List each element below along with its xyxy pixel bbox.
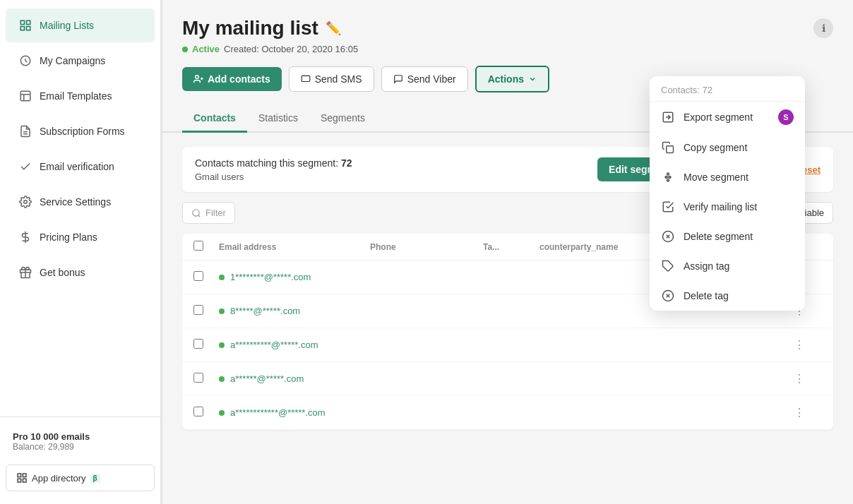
svg-rect-13 (23, 479, 26, 482)
move-icon (661, 170, 675, 184)
sms-icon (301, 74, 311, 84)
tab-statistics[interactable]: Statistics (247, 105, 309, 133)
contact-status-dot (219, 376, 225, 382)
row-menu-button[interactable]: ⋮ (794, 406, 822, 419)
svg-line-19 (198, 215, 201, 217)
row-checkbox[interactable] (193, 339, 203, 349)
email-address: a******@*****.com (230, 373, 304, 384)
sidebar-item-mailing-lists[interactable]: Mailing Lists (6, 8, 155, 42)
verify-mailing-list-label: Verify mailing list (684, 201, 757, 212)
svg-point-8 (24, 200, 28, 204)
email-col-header: Email address (219, 242, 370, 252)
send-sms-button[interactable]: Send SMS (289, 66, 374, 92)
svg-point-14 (196, 76, 199, 79)
balance: Balance: 29,989 (13, 442, 148, 452)
forms-icon (18, 124, 32, 138)
sidebar-item-label: Email Templates (40, 90, 112, 102)
tag-icon (661, 259, 675, 273)
app-directory-button[interactable]: App directory β (6, 464, 155, 491)
sidebar-item-pricing-plans[interactable]: Pricing Plans (6, 220, 155, 254)
contact-status-dot (219, 308, 225, 314)
sidebar-item-label: Mailing Lists (40, 20, 94, 31)
actions-dropdown: Contacts: 72 Export segment S Copy segme… (650, 76, 805, 311)
copy-segment-label: Copy segment (684, 142, 747, 153)
info-button[interactable]: ℹ (813, 18, 833, 38)
pro-plan-info: Pro 10 000 emails Balance: 29,989 (0, 424, 160, 459)
verify-mailing-list-item[interactable]: Verify mailing list (650, 192, 805, 222)
segment-name: Gmail users (195, 172, 352, 182)
copy-segment-item[interactable]: Copy segment (650, 133, 805, 162)
svg-rect-3 (27, 27, 30, 30)
contact-status-dot (219, 342, 225, 348)
sidebar: Mailing Lists My Campaigns Email Templat… (0, 0, 161, 504)
row-checkbox[interactable] (193, 373, 203, 383)
tab-segments[interactable]: Segments (309, 105, 376, 133)
verify-icon (18, 160, 32, 174)
delete-tag-item[interactable]: Delete tag (650, 281, 805, 311)
status-row: Active Created: October 20, 2020 16:05 (182, 44, 833, 54)
svg-rect-1 (27, 20, 30, 24)
sidebar-item-service-settings[interactable]: Service Settings (6, 185, 155, 219)
sidebar-bottom: Pro 10 000 emails Balance: 29,989 App di… (0, 416, 160, 504)
verify-icon (661, 200, 675, 214)
svg-rect-5 (20, 91, 30, 101)
actions-button[interactable]: Actions (475, 66, 549, 92)
dropdown-header: Contacts: 72 (650, 76, 805, 102)
grid-icon (16, 472, 28, 484)
page-title: My mailing list ✏️ (182, 17, 341, 40)
table-row: a**********@*****.com ⋮ (182, 328, 833, 362)
row-menu-button[interactable]: ⋮ (794, 338, 822, 352)
title-row: My mailing list ✏️ ℹ (182, 17, 833, 40)
sidebar-item-label: Email verification (40, 161, 114, 172)
export-badge: S (778, 109, 794, 125)
add-contacts-button[interactable]: Add contacts (182, 67, 282, 91)
status-dot (182, 47, 188, 52)
tab-contacts[interactable]: Contacts (182, 105, 247, 133)
export-segment-item[interactable]: Export segment S (650, 102, 805, 133)
contact-status-dot (219, 410, 225, 416)
row-checkbox[interactable] (193, 407, 203, 416)
move-segment-item[interactable]: Move segment (650, 162, 805, 192)
sidebar-item-subscription-forms[interactable]: Subscription Forms (6, 114, 155, 148)
sidebar-item-get-bonus[interactable]: Get bonus (6, 256, 155, 289)
contact-status-dot (219, 275, 225, 280)
pricing-icon (18, 230, 32, 244)
select-all-checkbox[interactable] (193, 241, 203, 251)
export-segment-label: Export segment (684, 112, 753, 123)
assign-tag-label: Assign tag (684, 260, 729, 272)
assign-tag-item[interactable]: Assign tag (650, 251, 805, 281)
svg-rect-10 (18, 474, 21, 477)
filter-input[interactable]: Filter (182, 202, 235, 224)
bonus-icon (18, 265, 32, 280)
email-address: 8*****@*****.com (230, 306, 300, 316)
sidebar-item-email-templates[interactable]: Email Templates (6, 79, 155, 113)
email-address: a************@*****.com (230, 407, 326, 418)
add-contacts-icon (193, 74, 203, 84)
sidebar-item-label: My Campaigns (40, 55, 105, 66)
delete-segment-item[interactable]: Delete segment (650, 222, 805, 251)
delete-tag-label: Delete tag (684, 290, 729, 301)
search-icon (191, 208, 201, 218)
created-date: Created: October 20, 2020 16:05 (224, 44, 358, 54)
svg-rect-12 (18, 479, 21, 482)
table-row: a******@*****.com ⋮ (182, 362, 833, 396)
edit-title-icon[interactable]: ✏️ (326, 20, 341, 36)
sidebar-item-email-verification[interactable]: Email verification (6, 150, 155, 184)
phone-col-header: Phone (370, 242, 483, 252)
sidebar-item-label: Pricing Plans (40, 232, 97, 243)
svg-point-18 (193, 209, 199, 215)
app-directory-label: App directory (32, 473, 86, 484)
delete-segment-label: Delete segment (684, 231, 753, 242)
send-viber-button[interactable]: Send Viber (381, 66, 468, 92)
row-checkbox[interactable] (193, 305, 203, 315)
move-segment-label: Move segment (684, 172, 748, 183)
sidebar-item-my-campaigns[interactable]: My Campaigns (6, 44, 155, 78)
list-icon (18, 18, 32, 32)
svg-rect-11 (23, 474, 26, 477)
copy-icon (661, 140, 675, 155)
sidebar-item-label: Get bonus (40, 267, 85, 278)
export-icon (661, 110, 675, 124)
row-menu-button[interactable]: ⋮ (794, 372, 822, 385)
row-checkbox[interactable] (193, 271, 203, 281)
sidebar-item-label: Subscription Forms (40, 126, 125, 137)
